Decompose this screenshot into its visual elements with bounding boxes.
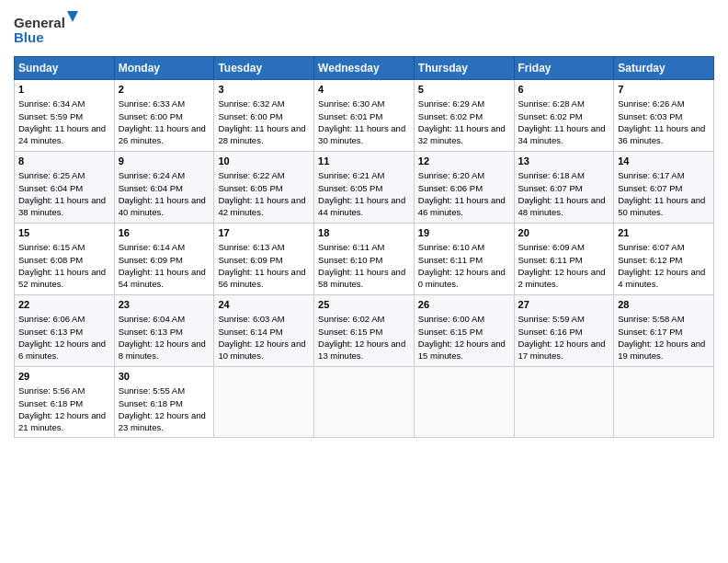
daylight-label: Daylight: 11 hours and 58 minutes.: [318, 267, 405, 289]
calendar-cell: 17 Sunrise: 6:13 AM Sunset: 6:09 PM Dayl…: [214, 224, 314, 295]
daylight-label: Daylight: 11 hours and 32 minutes.: [418, 123, 506, 145]
day-number: 22: [18, 298, 110, 312]
sunset-label: Sunset: 6:12 PM: [618, 255, 682, 265]
calendar-cell: 27 Sunrise: 5:59 AM Sunset: 6:16 PM Dayl…: [514, 295, 614, 367]
sunset-label: Sunset: 6:02 PM: [418, 111, 483, 121]
daylight-label: Daylight: 11 hours and 48 minutes.: [518, 195, 606, 217]
sunset-label: Sunset: 6:16 PM: [518, 327, 583, 337]
day-number: 21: [618, 226, 710, 240]
svg-marker-2: [67, 11, 78, 22]
sunrise-label: Sunrise: 6:17 AM: [618, 170, 684, 180]
daylight-label: Daylight: 11 hours and 46 minutes.: [418, 195, 506, 217]
sunrise-label: Sunrise: 6:00 AM: [418, 314, 484, 324]
sunset-label: Sunset: 6:05 PM: [218, 183, 282, 193]
daylight-label: Daylight: 11 hours and 50 minutes.: [618, 195, 705, 217]
day-number: 12: [418, 155, 510, 168]
day-number: 6: [518, 83, 610, 97]
daylight-label: Daylight: 11 hours and 56 minutes.: [218, 267, 305, 289]
sunset-label: Sunset: 6:15 PM: [418, 327, 483, 337]
sunset-label: Sunset: 6:02 PM: [518, 111, 583, 121]
daylight-label: Daylight: 11 hours and 52 minutes.: [18, 267, 106, 289]
calendar-cell: 7 Sunrise: 6:26 AM Sunset: 6:03 PM Dayli…: [614, 80, 714, 152]
sunrise-label: Sunrise: 5:55 AM: [119, 385, 185, 396]
day-number: 29: [18, 370, 110, 384]
daylight-label: Daylight: 12 hours and 17 minutes.: [518, 339, 606, 361]
calendar-cell: 14 Sunrise: 6:17 AM Sunset: 6:07 PM Dayl…: [614, 152, 714, 224]
sunset-label: Sunset: 6:18 PM: [119, 398, 183, 408]
sunset-label: Sunset: 6:18 PM: [18, 398, 83, 408]
day-number: 13: [518, 155, 610, 168]
day-number: 20: [518, 226, 610, 240]
calendar-cell: [214, 367, 314, 438]
sunrise-label: Sunrise: 6:28 AM: [518, 98, 585, 109]
sunset-label: Sunset: 6:09 PM: [119, 255, 183, 265]
daylight-label: Daylight: 12 hours and 15 minutes.: [418, 339, 506, 361]
day-number: 25: [318, 298, 410, 312]
calendar-cell: 19 Sunrise: 6:10 AM Sunset: 6:11 PM Dayl…: [414, 224, 514, 295]
calendar-cell: 30 Sunrise: 5:55 AM Sunset: 6:18 PM Dayl…: [114, 367, 214, 438]
day-number: 24: [218, 298, 310, 312]
calendar-cell: 15 Sunrise: 6:15 AM Sunset: 6:08 PM Dayl…: [15, 224, 115, 295]
calendar-cell: [414, 367, 514, 438]
day-number: 3: [218, 83, 310, 97]
day-number: 1: [18, 83, 110, 97]
sunrise-label: Sunrise: 6:34 AM: [18, 98, 85, 109]
calendar-cell: 3 Sunrise: 6:32 AM Sunset: 6:00 PM Dayli…: [214, 80, 314, 152]
col-header-tuesday: Tuesday: [214, 57, 314, 80]
sunset-label: Sunset: 6:15 PM: [318, 327, 382, 337]
svg-text:General: General: [14, 15, 65, 30]
sunrise-label: Sunrise: 6:29 AM: [418, 98, 484, 109]
col-header-friday: Friday: [514, 57, 614, 80]
day-number: 4: [318, 83, 410, 97]
sunset-label: Sunset: 6:07 PM: [618, 183, 682, 193]
sunrise-label: Sunrise: 6:09 AM: [518, 242, 585, 252]
col-header-monday: Monday: [114, 57, 214, 80]
day-number: 18: [318, 226, 410, 240]
sunset-label: Sunset: 6:07 PM: [518, 183, 583, 193]
day-number: 14: [618, 155, 710, 168]
daylight-label: Daylight: 12 hours and 10 minutes.: [218, 339, 305, 361]
calendar-cell: [514, 367, 614, 438]
col-header-saturday: Saturday: [614, 57, 714, 80]
daylight-label: Daylight: 11 hours and 30 minutes.: [318, 123, 405, 145]
sunset-label: Sunset: 6:10 PM: [318, 255, 382, 265]
daylight-label: Daylight: 12 hours and 8 minutes.: [119, 339, 206, 361]
sunset-label: Sunset: 5:59 PM: [18, 111, 83, 121]
sunrise-label: Sunrise: 6:04 AM: [119, 314, 185, 324]
calendar-cell: 29 Sunrise: 5:56 AM Sunset: 6:18 PM Dayl…: [15, 367, 115, 438]
sunset-label: Sunset: 6:11 PM: [418, 255, 483, 265]
daylight-label: Daylight: 12 hours and 19 minutes.: [618, 339, 705, 361]
sunset-label: Sunset: 6:11 PM: [518, 255, 583, 265]
sunrise-label: Sunrise: 6:30 AM: [318, 98, 384, 109]
svg-text:Blue: Blue: [14, 29, 44, 45]
sunrise-label: Sunrise: 6:18 AM: [518, 170, 585, 180]
header: General Blue: [14, 9, 714, 51]
calendar-cell: 21 Sunrise: 6:07 AM Sunset: 6:12 PM Dayl…: [614, 224, 714, 295]
page: General Blue SundayMondayTuesdayWednesda…: [0, 0, 728, 563]
sunset-label: Sunset: 6:14 PM: [218, 327, 282, 337]
sunset-label: Sunset: 6:00 PM: [119, 111, 183, 121]
day-number: 17: [218, 226, 310, 240]
calendar-cell: 8 Sunrise: 6:25 AM Sunset: 6:04 PM Dayli…: [15, 152, 115, 224]
calendar-cell: 1 Sunrise: 6:34 AM Sunset: 5:59 PM Dayli…: [15, 80, 115, 152]
calendar-cell: 10 Sunrise: 6:22 AM Sunset: 6:05 PM Dayl…: [214, 152, 314, 224]
daylight-label: Daylight: 12 hours and 6 minutes.: [18, 339, 106, 361]
day-number: 26: [418, 298, 510, 312]
calendar-cell: 18 Sunrise: 6:11 AM Sunset: 6:10 PM Dayl…: [314, 224, 415, 295]
sunrise-label: Sunrise: 6:21 AM: [318, 170, 384, 180]
calendar-cell: 9 Sunrise: 6:24 AM Sunset: 6:04 PM Dayli…: [114, 152, 214, 224]
daylight-label: Daylight: 11 hours and 38 minutes.: [18, 195, 106, 217]
sunset-label: Sunset: 6:04 PM: [18, 183, 83, 193]
calendar-cell: [314, 367, 415, 438]
daylight-label: Daylight: 11 hours and 28 minutes.: [218, 123, 305, 145]
calendar-cell: 20 Sunrise: 6:09 AM Sunset: 6:11 PM Dayl…: [514, 224, 614, 295]
calendar-cell: 16 Sunrise: 6:14 AM Sunset: 6:09 PM Dayl…: [114, 224, 214, 295]
logo-area: General Blue: [14, 9, 78, 51]
daylight-label: Daylight: 11 hours and 26 minutes.: [119, 123, 206, 145]
sunrise-label: Sunrise: 6:03 AM: [218, 314, 284, 324]
daylight-label: Daylight: 11 hours and 54 minutes.: [119, 267, 206, 289]
sunrise-label: Sunrise: 6:22 AM: [218, 170, 284, 180]
daylight-label: Daylight: 11 hours and 40 minutes.: [119, 195, 206, 217]
sunset-label: Sunset: 6:01 PM: [318, 111, 382, 121]
daylight-label: Daylight: 11 hours and 36 minutes.: [618, 123, 705, 145]
